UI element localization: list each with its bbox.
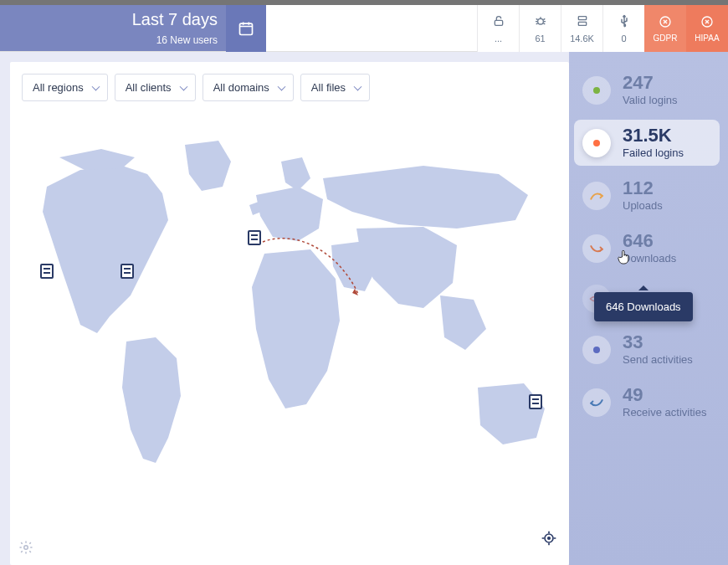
gear-icon [18,540,33,555]
kpi-value: 49 [623,386,706,404]
close-circle-icon [659,15,672,28]
filter-clients[interactable]: All clients [115,74,196,101]
filter-region[interactable]: All regions [22,74,108,101]
date-range-panel: Last 7 days 16 New users [0,5,226,51]
crosshair-icon [541,530,557,547]
filter-domains[interactable]: All domains [203,74,294,101]
kpi-label: Uploads [623,199,663,212]
stat-bugs[interactable]: 61 [519,5,561,52]
lock-open-icon [492,14,505,28]
stat-servers[interactable]: 14.6K [561,5,602,52]
upload-arrow-icon [589,190,604,202]
hipaa-label: HIPAA [695,33,719,43]
gdpr-label: GDPR [654,33,678,43]
map-marker[interactable] [40,264,54,279]
close-circle-icon [700,15,714,28]
stat-usb[interactable]: 0 [602,5,644,52]
locate-button[interactable] [541,530,557,550]
download-arrow-icon [589,243,604,254]
kpi-send[interactable]: 33 Send activities [574,326,720,372]
kpi-receive[interactable]: 49 Receive activities [574,379,720,425]
stat-bugs-value: 61 [535,33,545,44]
receive-arrow-icon [589,397,604,408]
kpi-value: 247 [623,74,678,92]
svg-point-9 [548,537,551,540]
calendar-icon [238,20,254,37]
map-marker[interactable] [120,264,134,279]
header-bar: Last 7 days 16 New users ... 61 14.6K [0,5,728,52]
map-marker[interactable] [248,230,261,245]
downloads-tooltip: 646 Downloads [594,292,693,321]
kpi-failed-logins[interactable]: 31.5K Failed logins [574,120,720,166]
header-spacer [266,5,477,51]
date-range-sub: 16 New users [132,34,218,46]
svg-rect-3 [578,17,586,20]
svg-rect-1 [495,20,502,25]
svg-rect-4 [578,22,586,25]
filter-files[interactable]: All files [300,74,370,101]
usb-icon [617,13,632,28]
kpi-value: 31.5K [623,126,684,145]
kpi-label: Failed logins [623,146,684,159]
kpi-value: 33 [623,333,693,352]
svg-point-2 [537,18,543,24]
settings-gear[interactable] [18,540,33,558]
kpi-label: Downloads [623,252,676,265]
gdpr-chip[interactable]: GDPR [644,5,686,52]
bug-icon [534,14,547,28]
stat-lock-value: ... [495,33,502,44]
kpi-uploads[interactable]: 112 Uploads [574,172,720,218]
server-icon [576,14,589,28]
kpi-downloads[interactable]: 646 Downloads [574,225,720,271]
kpi-label: Send activities [623,353,693,366]
stat-usb-value: 0 [621,33,626,44]
kpi-value: 112 [623,179,663,198]
map-marker[interactable] [529,394,542,409]
svg-point-7 [24,546,28,550]
kpi-label: Valid logins [623,94,678,106]
calendar-button[interactable] [226,5,266,52]
stat-servers-value: 14.6K [570,33,594,44]
map-panel: All regions All clients All domains All … [10,62,569,565]
world-map[interactable] [22,111,557,547]
kpi-value: 646 [623,232,676,250]
kpi-valid-logins[interactable]: 247 Valid logins [574,67,720,113]
stat-lock[interactable]: ... [477,5,519,52]
svg-rect-0 [240,23,253,34]
date-range-title: Last 7 days [132,10,218,29]
hipaa-chip[interactable]: HIPAA [686,5,728,52]
tooltip-text: 646 Downloads [606,300,681,313]
kpi-label: Receive activities [623,406,706,419]
